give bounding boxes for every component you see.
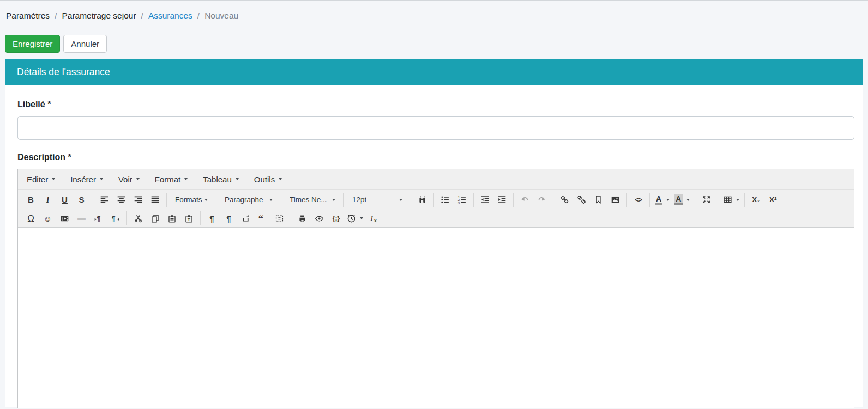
editor-menubar: EditerInsérerVoirFormatTableauOutils xyxy=(18,169,854,190)
media-icon xyxy=(60,214,69,223)
menu-label: Editer xyxy=(27,175,48,184)
subscript-button[interactable]: X₂ xyxy=(748,192,764,207)
toolbar-group xyxy=(433,193,473,207)
toolbar-group xyxy=(553,193,626,207)
indent-button[interactable] xyxy=(494,192,510,207)
clock-icon xyxy=(347,214,356,223)
insert-image-button[interactable] xyxy=(607,192,623,207)
table-button[interactable] xyxy=(721,192,741,207)
align-center-button[interactable] xyxy=(113,192,129,207)
panel-body: Libellé * Description * EditerInsérerVoi… xyxy=(5,85,863,407)
paste-as-text-button[interactable] xyxy=(181,212,197,225)
source-code-button[interactable]: <> xyxy=(630,192,646,207)
toolbar-group xyxy=(126,211,200,225)
scissors-icon xyxy=(134,214,143,223)
preview-button[interactable] xyxy=(311,212,327,225)
insert-datetime-button[interactable] xyxy=(345,212,365,225)
menu-outils[interactable]: Outils xyxy=(249,172,287,187)
fontsize-select[interactable]: 12pt xyxy=(348,192,407,207)
cancel-button[interactable]: Annuler xyxy=(63,35,107,53)
clear-formatting-button[interactable] xyxy=(366,212,382,225)
caret-down-icon xyxy=(136,178,140,180)
search-replace-button[interactable] xyxy=(414,192,430,207)
copy-button[interactable] xyxy=(147,212,163,225)
menu-insrer[interactable]: Insérer xyxy=(65,172,108,187)
fullscreen-button[interactable] xyxy=(698,192,714,207)
align-left-button[interactable] xyxy=(97,192,112,207)
print-button[interactable] xyxy=(294,212,310,225)
insert-media-button[interactable] xyxy=(57,212,73,225)
bullet-list-button[interactable] xyxy=(437,192,453,207)
remove-format-icon xyxy=(369,214,378,223)
fullscreen-icon xyxy=(702,195,711,204)
align-right-icon xyxy=(134,195,143,204)
blockquote-button[interactable] xyxy=(255,212,270,225)
menu-tableau[interactable]: Tableau xyxy=(197,172,244,187)
rich-text-editor: EditerInsérerVoirFormatTableauOutils BIU… xyxy=(17,169,854,408)
nonbreaking-icon xyxy=(241,214,250,223)
superscript-button[interactable]: X² xyxy=(765,192,781,207)
italic-button[interactable]: I xyxy=(40,192,56,207)
menu-format[interactable]: Format xyxy=(149,172,194,187)
insert-template-button[interactable] xyxy=(272,212,287,225)
ltr-icon xyxy=(94,214,103,223)
menu-editer[interactable]: Editer xyxy=(21,172,61,187)
horizontal-rule-button[interactable]: — xyxy=(74,212,89,225)
smiley-icon: ☺ xyxy=(44,215,52,223)
align-justify-button[interactable] xyxy=(147,192,163,207)
breadcrumb-separator: / xyxy=(141,11,143,21)
print-icon xyxy=(298,214,307,223)
underline-button[interactable]: U xyxy=(57,192,73,207)
page: Paramètres/Parametrage sejour/Assurances… xyxy=(0,11,868,407)
code-sample-button[interactable]: {;} xyxy=(328,212,344,225)
redo-button[interactable] xyxy=(534,192,550,207)
caret-down-icon xyxy=(279,178,282,180)
libelle-input[interactable] xyxy=(17,116,854,140)
caret-down-icon xyxy=(100,178,103,180)
paragraph-select[interactable]: Paragraphe xyxy=(220,192,277,207)
action-bar: Enregistrer Annuler xyxy=(5,35,863,53)
numbered-list-button[interactable] xyxy=(454,192,470,207)
text-color-button[interactable]: A xyxy=(653,192,671,207)
toolbar-group: ¶¶ xyxy=(200,211,291,225)
cut-button[interactable] xyxy=(130,212,146,225)
visual-chars-button[interactable]: ¶ xyxy=(221,212,237,225)
emoticons-button[interactable]: ☺ xyxy=(40,212,56,225)
visual-blocks-button[interactable]: ¶ xyxy=(204,212,220,225)
font-select[interactable]: Times Ne... xyxy=(285,192,340,207)
undo-button[interactable] xyxy=(517,192,533,207)
hr-icon: — xyxy=(77,215,86,223)
bold-button[interactable]: B xyxy=(23,192,39,207)
description-label: Description * xyxy=(17,152,854,163)
formats-select-label: Formats xyxy=(175,196,202,204)
paste-button[interactable] xyxy=(164,212,180,225)
caret-down-icon xyxy=(204,199,208,201)
breadcrumb-item[interactable]: Assurances xyxy=(148,11,192,21)
caret-down-icon xyxy=(666,199,670,201)
toolbar-group xyxy=(411,193,433,207)
background-color-button[interactable]: A xyxy=(672,192,691,207)
menu-voir[interactable]: Voir xyxy=(113,172,145,187)
outdent-button[interactable] xyxy=(477,192,493,207)
ltr-direction-button[interactable] xyxy=(91,212,106,225)
caret-down-icon xyxy=(399,199,402,201)
anchor-button[interactable] xyxy=(590,192,606,207)
bold-icon: B xyxy=(28,196,34,204)
editor-content-area[interactable] xyxy=(18,228,854,408)
align-right-button[interactable] xyxy=(130,192,146,207)
nonbreaking-space-button[interactable] xyxy=(238,212,254,225)
special-character-button[interactable]: Ω xyxy=(23,212,39,225)
rtl-direction-button[interactable] xyxy=(107,212,123,225)
save-button[interactable]: Enregistrer xyxy=(5,35,60,53)
code-sample-icon: {;} xyxy=(333,215,340,222)
copy-icon xyxy=(150,214,160,223)
toolbar-group: 12pt xyxy=(343,193,411,207)
strikethrough-button[interactable]: S xyxy=(74,192,89,207)
image-icon xyxy=(611,195,620,204)
remove-link-button[interactable] xyxy=(574,192,589,207)
toolbar-row-1: BIUSFormatsParagrapheTimes Ne...12pt<>AA… xyxy=(18,190,854,210)
toolbar-group xyxy=(93,193,166,207)
caret-down-icon xyxy=(686,199,690,201)
formats-select[interactable]: Formats xyxy=(171,192,212,207)
insert-link-button[interactable] xyxy=(557,192,572,207)
